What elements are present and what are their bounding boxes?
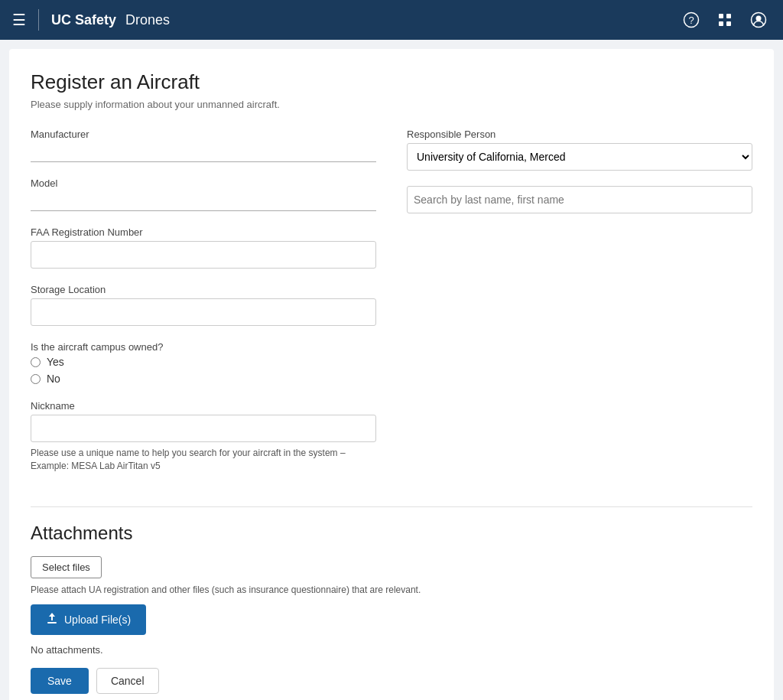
attachments-section: Attachments Select files Please attach U…: [31, 523, 752, 694]
user-icon[interactable]: [746, 8, 771, 32]
campus-owned-yes-label: Yes: [47, 356, 64, 368]
form-actions: Save Cancel: [31, 668, 752, 694]
file-select-area: Select files: [31, 556, 752, 578]
faa-group: FAA Registration Number: [31, 226, 376, 269]
responsible-person-group: Responsible Person University of Califor…: [407, 129, 752, 171]
grid-icon[interactable]: [713, 8, 737, 32]
attachment-hint: Please attach UA registration and other …: [31, 584, 752, 595]
upload-button[interactable]: Upload File(s): [31, 604, 146, 635]
nickname-input[interactable]: [31, 415, 376, 442]
top-navigation: ☰ UC Safety Drones ?: [0, 0, 783, 40]
form-right: Responsible Person University of Califor…: [407, 129, 752, 488]
brand-name: UC Safety: [51, 12, 116, 28]
storage-input[interactable]: [31, 298, 376, 326]
attachments-divider: [31, 506, 752, 507]
upload-icon: [46, 612, 58, 627]
campus-owned-label: Is the aircraft campus owned?: [31, 341, 376, 353]
nickname-group: Nickname Please use a unique name to hel…: [31, 400, 376, 473]
svg-point-7: [756, 16, 762, 21]
svg-rect-3: [726, 14, 731, 18]
menu-icon[interactable]: ☰: [12, 11, 26, 29]
nickname-label: Nickname: [31, 400, 376, 412]
model-group: Model: [31, 177, 376, 211]
campus-owned-group: Is the aircraft campus owned? Yes No: [31, 341, 376, 385]
model-label: Model: [31, 177, 376, 189]
storage-label: Storage Location: [31, 284, 376, 295]
campus-owned-no-option[interactable]: No: [31, 373, 376, 385]
svg-rect-5: [726, 21, 731, 26]
model-input[interactable]: [31, 192, 376, 211]
cancel-button[interactable]: Cancel: [96, 668, 159, 694]
nickname-hint: Please use a unique name to help you sea…: [31, 447, 376, 473]
manufacturer-group: Manufacturer: [31, 129, 376, 162]
campus-owned-yes-radio[interactable]: [31, 357, 41, 367]
form-grid: Manufacturer Model FAA Registration Numb…: [31, 129, 752, 488]
campus-owned-yes-option[interactable]: Yes: [31, 356, 376, 368]
responsible-search-group: [407, 186, 752, 213]
page-title: Register an Aircraft: [31, 70, 752, 94]
page-subtitle: Please supply information about your unm…: [31, 99, 752, 110]
save-button[interactable]: Save: [31, 668, 89, 694]
svg-rect-4: [719, 21, 723, 26]
nav-divider: [38, 9, 39, 31]
select-files-button[interactable]: Select files: [31, 556, 102, 578]
sub-title: Drones: [125, 12, 170, 28]
attachments-title: Attachments: [31, 523, 752, 544]
faa-input[interactable]: [31, 241, 376, 269]
faa-label: FAA Registration Number: [31, 226, 376, 238]
svg-rect-2: [719, 14, 723, 18]
responsible-select[interactable]: University of California, Merced Univers…: [407, 143, 752, 171]
svg-rect-8: [47, 622, 57, 623]
storage-group: Storage Location: [31, 284, 376, 326]
campus-owned-no-label: No: [47, 373, 60, 385]
manufacturer-label: Manufacturer: [31, 129, 376, 140]
responsible-label: Responsible Person: [407, 129, 752, 140]
upload-label: Upload File(s): [64, 614, 131, 626]
main-content: Register an Aircraft Please supply infor…: [9, 49, 774, 700]
no-attachments-text: No attachments.: [31, 644, 752, 656]
manufacturer-input[interactable]: [31, 143, 376, 162]
campus-owned-radio-group: Yes No: [31, 356, 376, 385]
svg-text:?: ?: [688, 15, 694, 26]
form-left: Manufacturer Model FAA Registration Numb…: [31, 129, 376, 488]
help-icon[interactable]: ?: [679, 8, 703, 32]
responsible-search-input[interactable]: [407, 186, 752, 213]
campus-owned-no-radio[interactable]: [31, 374, 41, 384]
